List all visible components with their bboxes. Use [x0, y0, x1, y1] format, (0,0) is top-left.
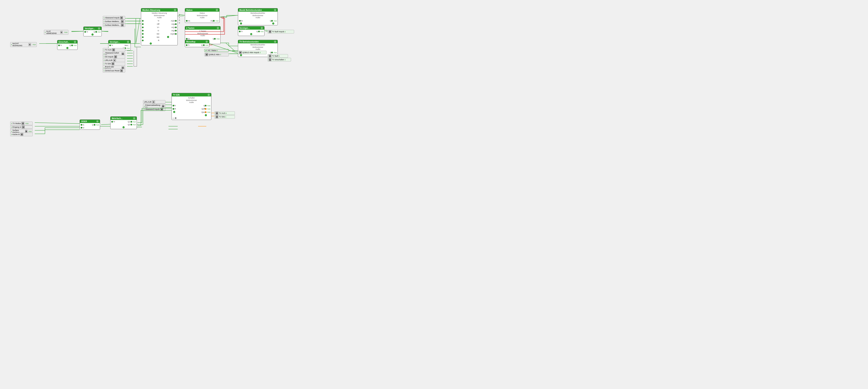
info-eingang-i4[interactable]: ℹ	[11, 126, 12, 128]
port-in-vplus-medien[interactable]	[142, 27, 144, 28]
label-tvein-lower: TV EIN	[219, 116, 225, 118]
port-out-aq-status[interactable]	[213, 20, 215, 22]
info-status[interactable]: i	[216, 9, 218, 11]
port-in-tr-v1[interactable]	[84, 31, 86, 33]
info-surface1[interactable]: ℹ	[104, 21, 104, 23]
info-tvmodus[interactable]: ℹ	[11, 123, 12, 124]
info-tv-ein[interactable]: i	[208, 94, 210, 96]
info-zentral[interactable]: ℹ	[104, 70, 104, 72]
port-out-q-einschalt[interactable]	[71, 44, 73, 46]
port-out-o-tvein[interactable]	[175, 117, 177, 119]
port-in-en-musik[interactable]	[239, 20, 241, 22]
info-brand[interactable]: ℹ	[104, 67, 104, 69]
port-in-tr-tvein[interactable]	[173, 105, 174, 107]
info-qobuz-imp[interactable]: ℹ	[260, 52, 260, 54]
info-abwesend1[interactable]: ℹ	[104, 17, 104, 19]
port-out-aqp[interactable]	[175, 23, 177, 25]
add-port-musik-left[interactable]: +	[240, 23, 242, 25]
port-in-r-medien[interactable]	[142, 40, 144, 41]
info-surface2[interactable]: ℹ	[104, 24, 104, 26]
label-urlaub: URLAUB	[105, 59, 113, 61]
port-out-q-v3[interactable]	[258, 31, 260, 32]
port-in-i2-oder[interactable]	[81, 127, 82, 128]
port-in-m2-medien[interactable]	[142, 33, 144, 35]
node-header-oder: ODER i	[80, 120, 100, 123]
input-qobuz-aktiv: M QOBUZ Aktiv ℹ	[204, 53, 229, 56]
info-oder[interactable]: i	[96, 120, 99, 123]
add-port-musik-right[interactable]: +	[272, 23, 274, 25]
type-m-qobuz: M	[205, 53, 208, 56]
port-out-aq2[interactable]	[175, 30, 177, 31]
info-tvaus[interactable]: ℹ	[104, 49, 104, 51]
info-verzoger2[interactable]: i	[127, 41, 129, 43]
info-qobuz[interactable]: ℹ	[220, 54, 221, 56]
port-in-tr-medien[interactable]	[142, 20, 144, 22]
info-medien[interactable]: i	[174, 9, 176, 11]
info-mehrfach[interactable]: i	[133, 117, 135, 120]
info-abwesend-sofort[interactable]: ℹ	[104, 53, 104, 55]
out-aus-q-tvein: Aus	[207, 104, 210, 107]
port-in-m4-medien[interactable]	[142, 36, 144, 38]
port-out-qon-tvein[interactable]	[205, 111, 207, 113]
port-in-tr-mehrfach[interactable]	[111, 121, 113, 123]
port-in-tr-einschalt[interactable]	[58, 44, 60, 46]
info-tvein[interactable]: ℹ	[104, 63, 104, 65]
info-surface3[interactable]: ℹ	[11, 130, 12, 132]
port-out-q-tvein[interactable]	[205, 105, 207, 107]
node-header-tv-betrieb: TV Betriebsstunden i	[238, 40, 278, 43]
info-tveinschalten[interactable]: ℹ	[285, 59, 285, 61]
port-out-q-mono[interactable]	[203, 44, 205, 46]
port-out-aq1[interactable]	[175, 27, 177, 28]
port-out-aqm[interactable]	[175, 20, 177, 22]
port-out-q-2tasten[interactable]	[214, 38, 216, 40]
subtitle-musik2: Wohnzimmer	[238, 14, 278, 17]
add-port-medien[interactable]: +	[150, 42, 152, 44]
port-in-tr-v3[interactable]	[239, 31, 241, 32]
info-m4impuls[interactable]: ℹ	[104, 56, 104, 58]
info-praesenz[interactable]: ℹ	[144, 106, 145, 107]
info-2tasten[interactable]: i	[217, 27, 219, 29]
port-in-tr-v2[interactable]	[109, 44, 111, 46]
info-tvein-lower[interactable]: ℹ	[225, 116, 226, 118]
port-out-q-v1[interactable]	[95, 31, 97, 33]
info-einschalt[interactable]: i	[74, 41, 76, 43]
port-in-r-tvein[interactable]	[173, 108, 174, 110]
add-port-v1[interactable]: +	[92, 33, 94, 35]
add-port-tvein-right[interactable]: +	[205, 114, 207, 116]
info-kueche[interactable]: ℹ	[11, 133, 12, 136]
info-tv-betrieb[interactable]: i	[274, 40, 276, 43]
label-q1-mehrfach: Q1	[128, 121, 130, 123]
port-in-on-2tasten[interactable]	[186, 38, 187, 40]
output-tv-aus-lower: M TV AUS ℹ	[214, 111, 235, 115]
info-abwesend-lower[interactable]: ℹ	[144, 109, 145, 110]
info-tvaus-lower[interactable]: ℹ	[226, 112, 227, 114]
info-tvimpuls[interactable]: ℹ	[285, 31, 285, 33]
port-in-off-medien[interactable]	[142, 23, 144, 25]
add-port-mehrfach[interactable]: +	[123, 126, 125, 128]
info-icon-alle[interactable]: ℹ	[45, 31, 45, 33]
info-verzoger3[interactable]: i	[260, 27, 263, 29]
info-musik[interactable]: i	[274, 9, 276, 11]
port-in-tr-mono[interactable]	[186, 44, 187, 46]
add-port-einschalt[interactable]: +	[66, 47, 68, 49]
info-ai2[interactable]: ℹ	[217, 50, 218, 52]
port-out-qoff-tvein[interactable]	[205, 108, 207, 110]
add-port-medien-right[interactable]: +	[167, 36, 169, 38]
add-port-tvbetrieb-left[interactable]: +	[240, 54, 242, 56]
port-in-i1-oder[interactable]	[81, 124, 82, 126]
port-out-q2-mehrfach[interactable]	[130, 124, 132, 125]
info-urlaub[interactable]: ℹ	[104, 59, 104, 61]
info-icon-nacht[interactable]: ℹ	[11, 44, 12, 46]
info-tvlaeuft[interactable]: ℹ	[279, 55, 280, 57]
port-out-aq26[interactable]	[175, 33, 177, 35]
port-in-vminus-medien[interactable]	[142, 30, 144, 31]
add-port-tvein-left[interactable]: +	[173, 111, 175, 113]
port-out-q1-mehrfach[interactable]	[130, 121, 132, 123]
info-monoflop[interactable]: i	[206, 40, 208, 43]
port-out-q-oder[interactable]	[94, 124, 95, 126]
port-out-q-musik[interactable]	[271, 20, 273, 22]
add-port-v3[interactable]: +	[250, 33, 252, 35]
port-out-q-tvbetrieb[interactable]	[271, 52, 273, 53]
port-in-ai1-status[interactable]	[186, 20, 187, 22]
info-verzoger1[interactable]: i	[98, 27, 100, 30]
